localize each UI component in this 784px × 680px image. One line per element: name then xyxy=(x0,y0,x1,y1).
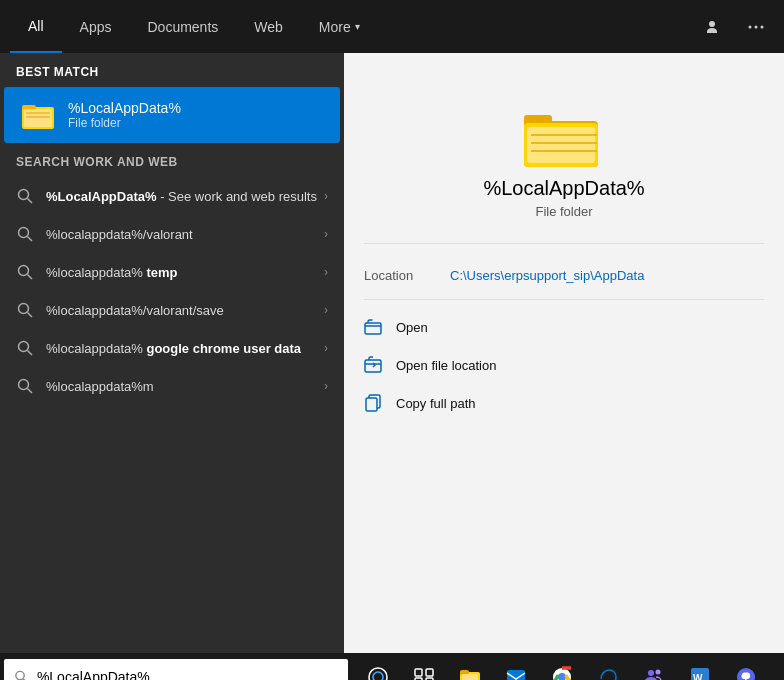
action-open-label: Open xyxy=(396,320,428,335)
right-panel: %LocalAppData% File folder Location C:\U… xyxy=(344,53,784,653)
svg-point-8 xyxy=(19,190,29,200)
search-item-0[interactable]: %LocalAppData% - See work and web result… xyxy=(0,177,344,215)
file-explorer-icon[interactable] xyxy=(448,653,492,680)
svg-rect-27 xyxy=(365,323,381,334)
action-open[interactable]: Open xyxy=(344,308,784,346)
task-view-icon[interactable] xyxy=(402,653,446,680)
svg-rect-36 xyxy=(426,669,433,676)
svg-line-19 xyxy=(28,389,33,394)
tab-web[interactable]: Web xyxy=(236,0,301,53)
search-item-text-5: %localappdata%m xyxy=(46,379,154,394)
svg-point-46 xyxy=(656,670,661,675)
svg-point-2 xyxy=(761,25,764,28)
outlook-icon[interactable] xyxy=(494,653,538,680)
svg-text:W: W xyxy=(693,673,703,680)
svg-point-31 xyxy=(16,671,24,679)
detail-title: %LocalAppData% xyxy=(483,177,644,200)
chevron-icon-1: › xyxy=(324,227,328,241)
best-match-name: %LocalAppData% xyxy=(68,100,181,116)
main-area: Best match %LocalAppData% File folder Se… xyxy=(0,53,784,653)
svg-rect-35 xyxy=(415,669,422,676)
teams-icon[interactable] xyxy=(632,653,676,680)
action-copy-path-label: Copy full path xyxy=(396,396,476,411)
taskbar-search-input[interactable] xyxy=(37,669,338,680)
svg-line-13 xyxy=(28,275,33,280)
open-file-location-icon xyxy=(364,356,382,374)
svg-point-14 xyxy=(19,304,29,314)
svg-rect-41 xyxy=(462,674,478,680)
best-match-text: %LocalAppData% File folder xyxy=(68,100,181,130)
best-match-folder-icon xyxy=(20,97,56,133)
svg-line-17 xyxy=(28,351,33,356)
chevron-icon-5: › xyxy=(324,379,328,393)
chevron-icon-4: › xyxy=(324,341,328,355)
edge-icon[interactable] xyxy=(586,653,630,680)
search-web-label: Search work and web xyxy=(0,143,344,177)
location-label: Location xyxy=(364,268,434,283)
svg-rect-23 xyxy=(527,127,595,163)
taskbar-search-box[interactable] xyxy=(4,659,348,680)
taskbar: W xyxy=(0,653,784,680)
detail-folder-icon xyxy=(519,93,609,177)
tab-documents[interactable]: Documents xyxy=(129,0,236,53)
best-match-item[interactable]: %LocalAppData% File folder xyxy=(4,87,340,143)
svg-point-45 xyxy=(648,670,654,676)
chrome-icon[interactable] xyxy=(540,653,584,680)
action-open-file-location[interactable]: Open file location xyxy=(344,346,784,384)
search-item-2[interactable]: %localappdata% temp › xyxy=(0,253,344,291)
top-nav: All Apps Documents Web More ▾ xyxy=(0,0,784,53)
location-path-link[interactable]: C:\Users\erpsupport_sip\AppData xyxy=(450,268,644,283)
more-options-button[interactable] xyxy=(738,9,774,45)
word-icon[interactable]: W xyxy=(678,653,722,680)
svg-point-10 xyxy=(19,228,29,238)
divider-actions xyxy=(364,299,764,300)
search-item-4[interactable]: %localappdata% google chrome user data › xyxy=(0,329,344,367)
action-open-file-location-label: Open file location xyxy=(396,358,496,373)
search-item-3[interactable]: %localappdata%/valorant/save › xyxy=(0,291,344,329)
tab-all[interactable]: All xyxy=(10,0,62,53)
svg-point-1 xyxy=(755,25,758,28)
taskbar-icons: W xyxy=(348,653,768,680)
copy-path-icon xyxy=(364,394,382,412)
search-item-text-4: %localappdata% google chrome user data xyxy=(46,341,301,356)
detail-subtitle: File folder xyxy=(535,204,592,219)
extra-app-icon[interactable] xyxy=(724,653,768,680)
chevron-icon-3: › xyxy=(324,303,328,317)
svg-point-33 xyxy=(369,668,387,680)
search-item-5[interactable]: %localappdata%m › xyxy=(0,367,344,405)
tab-apps[interactable]: Apps xyxy=(62,0,130,53)
taskbar-search-icon xyxy=(14,669,29,680)
chevron-icon-0: › xyxy=(324,189,328,203)
nav-icons xyxy=(694,9,774,45)
chevron-icon-2: › xyxy=(324,265,328,279)
search-item-text-1: %localappdata%/valorant xyxy=(46,227,193,242)
svg-line-15 xyxy=(28,313,33,318)
user-icon-button[interactable] xyxy=(694,9,730,45)
svg-rect-5 xyxy=(24,109,52,127)
best-match-label: Best match xyxy=(0,53,344,87)
svg-point-18 xyxy=(19,380,29,390)
more-dropdown-arrow: ▾ xyxy=(355,21,360,32)
svg-point-12 xyxy=(19,266,29,276)
search-item-1[interactable]: %localappdata%/valorant › xyxy=(0,215,344,253)
open-icon xyxy=(364,318,382,336)
search-item-text-0: %LocalAppData% - See work and web result… xyxy=(46,189,317,204)
search-item-text-2: %localappdata% temp xyxy=(46,265,178,280)
search-item-text-3: %localappdata%/valorant/save xyxy=(46,303,224,318)
best-match-type: File folder xyxy=(68,116,181,130)
svg-line-9 xyxy=(28,199,33,204)
svg-rect-30 xyxy=(366,398,377,411)
left-panel: Best match %LocalAppData% File folder Se… xyxy=(0,53,344,653)
divider-top xyxy=(364,243,764,244)
svg-line-11 xyxy=(28,237,33,242)
location-row: Location C:\Users\erpsupport_sip\AppData xyxy=(344,260,784,291)
action-copy-path[interactable]: Copy full path xyxy=(344,384,784,422)
svg-point-34 xyxy=(373,672,383,680)
svg-point-16 xyxy=(19,342,29,352)
cortana-icon[interactable] xyxy=(356,653,400,680)
svg-point-0 xyxy=(749,25,752,28)
tab-more[interactable]: More ▾ xyxy=(301,0,378,53)
